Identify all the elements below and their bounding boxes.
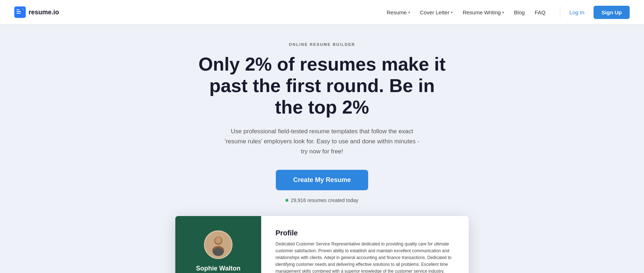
nav-item-blog[interactable]: Blog: [510, 6, 529, 18]
svg-point-10: [213, 248, 224, 256]
logo-icon: [14, 6, 26, 18]
nav-resume-writing-label: Resume Writing: [463, 9, 501, 15]
logo-text: resume.io: [29, 9, 59, 16]
resume-profile-text: Dedicated Customer Service Representativ…: [275, 241, 454, 273]
svg-rect-1: [16, 9, 19, 10]
nav-blog-label: Blog: [514, 9, 525, 15]
resume-left-panel: Sophie Walton CUSTOMER SERVICEREPRESENTA…: [175, 216, 261, 273]
logo[interactable]: resume.io: [14, 6, 59, 18]
nav-item-resume[interactable]: Resume ▾: [382, 6, 414, 18]
hero-subtitle: Use professional field-tested resume tem…: [224, 126, 420, 157]
resume-right-panel: Profile Dedicated Customer Service Repre…: [261, 216, 469, 273]
svg-rect-2: [16, 11, 21, 12]
avatar-image: [205, 230, 231, 259]
resume-preview: Sophie Walton CUSTOMER SERVICEREPRESENTA…: [175, 216, 469, 273]
avatar: [204, 230, 233, 259]
svg-point-9: [215, 237, 222, 244]
nav-item-cover-letter[interactable]: Cover Letter ▾: [416, 6, 457, 18]
nav-auth: Log In Sign Up: [563, 6, 630, 19]
chevron-down-icon: ▾: [502, 10, 504, 14]
nav-divider: [560, 6, 560, 18]
nav-faq-label: FAQ: [535, 9, 546, 15]
nav-cover-letter-label: Cover Letter: [420, 9, 450, 15]
nav-item-faq[interactable]: FAQ: [531, 6, 550, 18]
navbar: resume.io Resume ▾ Cover Letter ▾ Resume…: [0, 0, 644, 24]
online-indicator: [286, 199, 288, 202]
chevron-down-icon: ▾: [451, 10, 453, 14]
hero-section: ONLINE RESUME BUILDER Only 2% of resumes…: [0, 24, 644, 273]
resume-person-name: Sophie Walton: [196, 265, 240, 272]
nav-links: Resume ▾ Cover Letter ▾ Resume Writing ▾…: [382, 6, 550, 18]
hero-badge: ONLINE RESUME BUILDER: [289, 42, 355, 47]
hero-title: Only 2% of resumes make it past the firs…: [197, 54, 447, 118]
svg-rect-3: [16, 13, 21, 14]
nav-item-resume-writing[interactable]: Resume Writing ▾: [458, 6, 508, 18]
chevron-down-icon: ▾: [408, 10, 410, 14]
nav-resume-label: Resume: [387, 9, 407, 15]
resume-profile-heading: Profile: [275, 229, 454, 237]
svg-rect-0: [14, 6, 26, 18]
login-button[interactable]: Log In: [563, 6, 591, 19]
create-resume-button[interactable]: Create My Resume: [276, 170, 368, 190]
resume-count-text: 29,916 resumes created today: [291, 197, 358, 203]
signup-button[interactable]: Sign Up: [594, 6, 630, 19]
resume-count: 29,916 resumes created today: [286, 197, 358, 203]
